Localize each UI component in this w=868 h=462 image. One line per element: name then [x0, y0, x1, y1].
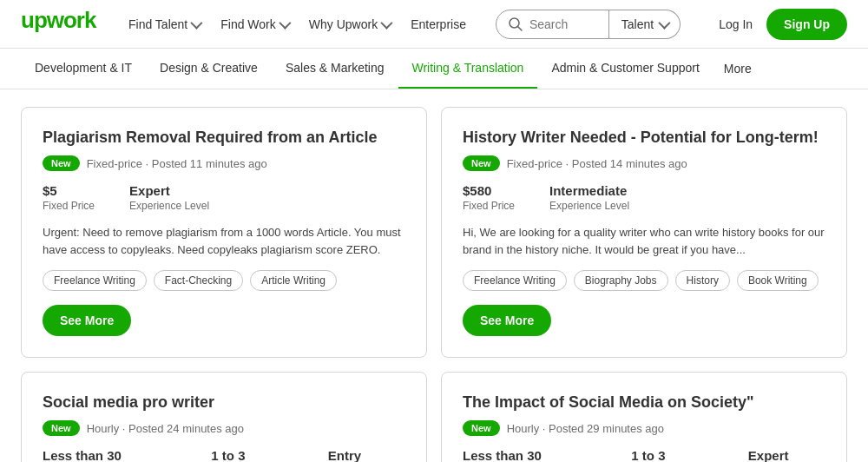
job-meta-2: New Hourly · Posted 24 minutes ago — [43, 420, 405, 436]
job-badge-0: New — [43, 155, 80, 171]
tag-0-1[interactable]: Fact-Checking — [154, 270, 243, 291]
job-desc-1: Hi, We are looking for a quality writer … — [463, 224, 825, 258]
chevron-down-icon — [659, 16, 671, 29]
job-meta-text-0: Fixed-price · Posted 11 minutes ago — [87, 157, 267, 170]
job-duration-3: 1 to 3 months Duration — [631, 448, 713, 462]
job-exp-2: Entry Experience Level — [328, 448, 405, 462]
talent-dropdown[interactable]: Talent — [609, 10, 681, 39]
search-input[interactable] — [529, 17, 596, 31]
see-more-1[interactable]: See More — [463, 305, 551, 336]
job-card-1: History Writer Needed - Potential for Lo… — [441, 107, 847, 358]
job-title-0: Plagiarism Removal Required from an Arti… — [43, 129, 405, 147]
cat-development[interactable]: Development & IT — [21, 49, 146, 89]
job-meta-text-3: Hourly · Posted 29 minutes ago — [507, 422, 664, 435]
cat-design[interactable]: Design & Creative — [146, 49, 272, 89]
nav-why-upwork[interactable]: Why Upwork — [300, 10, 398, 38]
tag-1-2[interactable]: History — [675, 270, 730, 291]
job-price-0: $5 Fixed Price — [43, 183, 95, 212]
tag-0-0[interactable]: Freelance Writing — [43, 270, 147, 291]
tag-1-1[interactable]: Biography Jobs — [574, 270, 668, 291]
job-tags-1: Freelance Writing Biography Jobs History… — [463, 270, 825, 291]
job-meta-text-2: Hourly · Posted 24 minutes ago — [87, 422, 244, 435]
job-hours-2: Less than 30 hrs/week Hours needed — [43, 448, 176, 462]
main-nav: Find Talent Find Work Why Upwork Enterpr… — [120, 10, 475, 38]
header: upwork Find Talent Find Work Why Upwork … — [0, 0, 868, 49]
search-icon — [509, 17, 523, 31]
auth-links: Log In Sign Up — [715, 9, 847, 40]
tag-1-0[interactable]: Freelance Writing — [463, 270, 567, 291]
cat-writing[interactable]: Writing & Translation — [398, 49, 538, 89]
nav-enterprise[interactable]: Enterprise — [402, 10, 475, 38]
chevron-down-icon — [279, 16, 291, 29]
cat-admin[interactable]: Admin & Customer Support — [537, 49, 713, 89]
svg-text:upwork: upwork — [21, 9, 97, 33]
cat-sales[interactable]: Sales & Marketing — [272, 49, 398, 89]
job-title-3: The Impact of Social Media on Society" — [463, 393, 825, 412]
job-details-3: Less than 30 hrs/week Hours needed 1 to … — [463, 448, 825, 462]
job-duration-2: 1 to 3 months Duration — [211, 448, 293, 462]
tag-1-3[interactable]: Book Writing — [737, 270, 819, 291]
job-badge-3: New — [463, 420, 500, 436]
cat-more[interactable]: More — [713, 50, 762, 88]
signup-button[interactable]: Sign Up — [766, 9, 847, 40]
login-button[interactable]: Log In — [715, 10, 756, 38]
job-title-1: History Writer Needed - Potential for Lo… — [463, 129, 825, 147]
chevron-down-icon — [191, 16, 203, 29]
job-price-1: $580 Fixed Price — [463, 183, 515, 212]
job-card-0: Plagiarism Removal Required from an Arti… — [21, 107, 427, 358]
search-box — [496, 10, 609, 39]
job-badge-1: New — [463, 155, 500, 171]
job-title-2: Social media pro writer — [43, 393, 405, 412]
job-details-2: Less than 30 hrs/week Hours needed 1 to … — [43, 448, 405, 462]
job-meta-0: New Fixed-price · Posted 11 minutes ago — [43, 155, 405, 171]
job-tags-0: Freelance Writing Fact-Checking Article … — [43, 270, 405, 291]
job-desc-0: Urgent: Need to remove plagiarism from a… — [43, 224, 405, 258]
nav-find-talent[interactable]: Find Talent — [120, 10, 208, 38]
see-more-0[interactable]: See More — [43, 305, 131, 336]
job-exp-1: Intermediate Experience Level — [549, 183, 629, 212]
job-meta-1: New Fixed-price · Posted 14 minutes ago — [463, 155, 825, 171]
tag-0-2[interactable]: Article Writing — [250, 270, 337, 291]
job-card-3: The Impact of Social Media on Society" N… — [441, 372, 847, 462]
svg-line-2 — [517, 26, 522, 30]
job-details-1: $580 Fixed Price Intermediate Experience… — [463, 183, 825, 212]
job-meta-text-1: Fixed-price · Posted 14 minutes ago — [507, 157, 687, 170]
chevron-down-icon — [380, 16, 392, 29]
category-nav: Development & IT Design & Creative Sales… — [0, 49, 868, 89]
upwork-logo[interactable]: upwork — [21, 9, 99, 39]
job-card-2: Social media pro writer New Hourly · Pos… — [21, 372, 427, 462]
search-area: Talent — [496, 10, 681, 39]
job-exp-0: Expert Experience Level — [129, 183, 209, 212]
job-meta-3: New Hourly · Posted 29 minutes ago — [463, 420, 825, 436]
nav-find-work[interactable]: Find Work — [212, 10, 297, 38]
job-badge-2: New — [43, 420, 80, 436]
job-exp-3: Expert Experience Level — [748, 448, 825, 462]
job-details-0: $5 Fixed Price Expert Experience Level — [43, 183, 405, 212]
job-hours-3: Less than 30 hrs/week Hours needed — [463, 448, 596, 462]
jobs-grid: Plagiarism Removal Required from an Arti… — [0, 89, 868, 462]
